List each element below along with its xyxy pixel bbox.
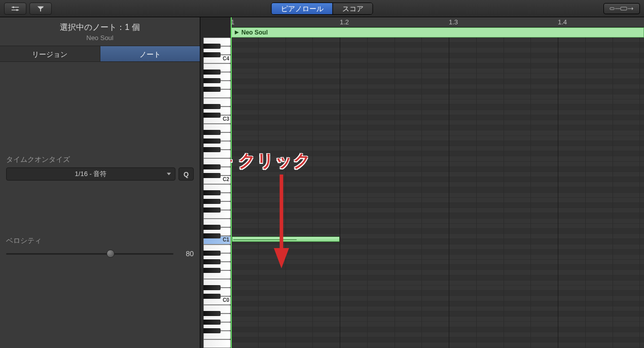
velocity-label: ベロシティ	[6, 236, 194, 246]
quantize-label: タイムクオンタイズ	[6, 155, 194, 164]
black-key[interactable]	[203, 294, 221, 299]
region-name: Neo Soul	[241, 29, 268, 36]
black-key[interactable]	[203, 268, 221, 273]
region-header[interactable]: Neo Soul	[231, 27, 644, 38]
play-icon	[234, 30, 239, 35]
svg-text:▾: ▾	[42, 6, 44, 9]
black-key[interactable]	[203, 251, 221, 256]
velocity-slider[interactable]	[6, 249, 173, 259]
black-key[interactable]	[203, 207, 221, 213]
svg-rect-8	[621, 7, 627, 10]
left-toolbar: ▾	[4, 3, 52, 15]
slider-knob[interactable]	[106, 250, 115, 258]
svg-rect-6	[610, 8, 614, 10]
black-key[interactable]	[203, 173, 221, 179]
ruler-beat: 1.2	[340, 18, 349, 26]
filter-button[interactable]: ▾	[29, 3, 52, 15]
svg-point-1	[13, 6, 15, 8]
quantize-value: 1/16 - 音符	[75, 169, 107, 179]
black-key[interactable]	[203, 190, 221, 196]
black-key[interactable]	[203, 164, 221, 170]
black-key[interactable]	[203, 44, 221, 49]
black-key[interactable]	[203, 87, 221, 92]
black-key[interactable]	[203, 233, 221, 239]
black-key[interactable]	[203, 113, 221, 118]
black-key[interactable]	[203, 320, 221, 325]
selection-subtitle: Neo Soul	[0, 34, 200, 42]
black-key[interactable]	[203, 147, 221, 153]
black-key[interactable]	[203, 130, 221, 135]
selection-title: 選択中のノート：1 個	[0, 22, 200, 33]
black-key[interactable]	[203, 328, 221, 334]
white-key[interactable]	[203, 339, 231, 348]
tab-note[interactable]: ノート	[100, 46, 200, 62]
quantize-select[interactable]: 1/16 - 音符	[6, 167, 175, 181]
piano-keyboard[interactable]: C4C3C2C1C0	[200, 17, 231, 348]
svg-marker-10	[632, 7, 633, 10]
chevron-down-icon	[167, 173, 171, 176]
top-header: ▾ ピアノロール スコア	[0, 0, 644, 17]
view-tabs: ピアノロール スコア	[271, 3, 373, 15]
black-key[interactable]	[203, 311, 221, 317]
piano-roll-grid[interactable]: 11.21.31.4 Neo Soul Command + クリック	[231, 17, 644, 348]
time-ruler[interactable]: 11.21.31.4 Neo Soul	[231, 17, 644, 38]
ruler-beat: 1.3	[449, 18, 458, 26]
black-key[interactable]	[203, 199, 221, 204]
black-key[interactable]	[203, 69, 221, 75]
tab-score[interactable]: スコア	[333, 3, 373, 14]
inspector-toggle-button[interactable]	[4, 3, 26, 15]
playhead[interactable]	[231, 17, 232, 348]
black-key[interactable]	[203, 259, 221, 265]
zoom-control[interactable]	[603, 3, 640, 14]
black-key[interactable]	[203, 285, 221, 291]
ruler-beat: 1.4	[558, 18, 567, 26]
black-key[interactable]	[203, 78, 221, 84]
black-key[interactable]	[203, 225, 221, 230]
tab-piano-roll[interactable]: ピアノロール	[272, 3, 333, 14]
quantize-apply-button[interactable]: Q	[178, 167, 194, 181]
midi-note[interactable]	[232, 236, 340, 242]
svg-marker-11	[235, 30, 239, 34]
velocity-value: 80	[178, 250, 194, 258]
black-key[interactable]	[203, 52, 221, 58]
black-key[interactable]	[203, 138, 221, 144]
tab-region[interactable]: リージョン	[0, 46, 100, 62]
svg-point-3	[16, 9, 18, 11]
inspector-sidebar: 選択中のノート：1 個 Neo Soul リージョン ノート タイムクオンタイズ…	[0, 17, 200, 348]
black-key[interactable]	[203, 104, 221, 110]
